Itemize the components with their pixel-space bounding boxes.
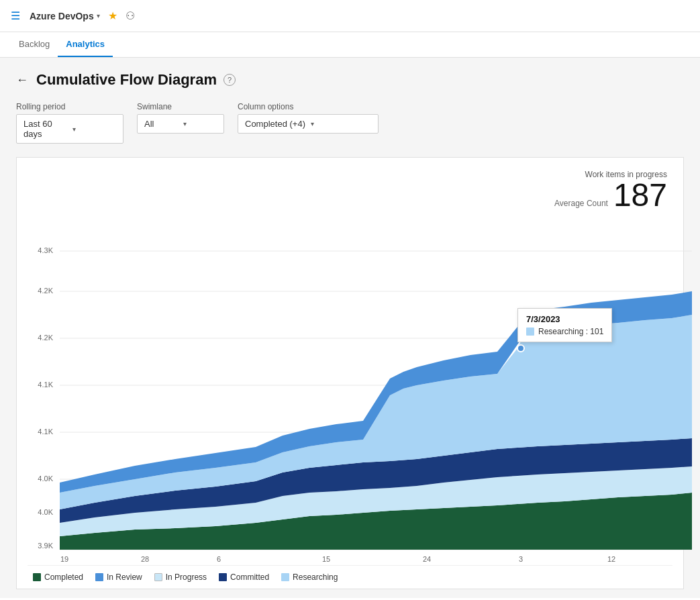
- page-content: ← Cumulative Flow Diagram ? Rolling peri…: [0, 58, 700, 598]
- svg-text:28: 28: [141, 555, 149, 563]
- swimlane-select[interactable]: All ▾: [137, 114, 224, 134]
- legend-researching: Researching: [281, 572, 338, 582]
- svg-text:4.3K: 4.3K: [38, 246, 53, 254]
- swimlane-chevron-icon: ▾: [183, 120, 217, 128]
- svg-text:4.1K: 4.1K: [38, 428, 53, 436]
- chart-legend: Completed In Review In Progress Committe…: [28, 565, 672, 589]
- legend-label-researching: Researching: [293, 572, 338, 582]
- rolling-period-group: Rolling period Last 60 days ▾: [16, 102, 123, 144]
- chart-svg-wrapper: 4.3K 4.2K 4.2K 4.1K 4.1K 4.0K 4.0K 3.9K: [28, 214, 672, 565]
- legend-completed: Completed: [33, 572, 83, 582]
- legend-in-review: In Review: [95, 572, 142, 582]
- stats-count: 187: [613, 179, 667, 211]
- top-bar: ☰ Azure DevOps ▾ ★ ⚇: [0, 0, 700, 32]
- chart-stats: Work items in progress Average Count 187: [28, 164, 672, 214]
- column-options-chevron-icon: ▾: [311, 120, 371, 128]
- rolling-period-select[interactable]: Last 60 days ▾: [16, 114, 123, 144]
- legend-dot-in-review: [95, 573, 103, 581]
- legend-dot-in-progress: [154, 573, 162, 581]
- help-icon[interactable]: ?: [223, 74, 236, 86]
- app-title: Azure DevOps: [30, 11, 94, 21]
- swimlane-label: Swimlane: [137, 102, 224, 111]
- svg-text:4.1K: 4.1K: [38, 381, 53, 389]
- page-header: ← Cumulative Flow Diagram ?: [16, 71, 684, 89]
- svg-text:6: 6: [217, 555, 221, 563]
- tooltip-dot: [517, 345, 524, 352]
- svg-text:4.2K: 4.2K: [38, 287, 53, 295]
- svg-text:3.9K: 3.9K: [38, 542, 53, 550]
- stats-label: Work items in progress: [28, 170, 667, 179]
- legend-label-completed: Completed: [44, 572, 83, 582]
- svg-text:4.2K: 4.2K: [38, 334, 53, 342]
- legend-dot-completed: [33, 573, 41, 581]
- swimlane-group: Swimlane All ▾: [137, 102, 224, 134]
- svg-text:15: 15: [322, 555, 330, 563]
- legend-committed: Committed: [219, 572, 269, 582]
- chart-svg: 4.3K 4.2K 4.2K 4.1K 4.1K 4.0K 4.0K 3.9K: [28, 214, 695, 563]
- legend-label-in-review: In Review: [107, 572, 142, 582]
- tab-backlog[interactable]: Backlog: [11, 32, 58, 57]
- column-options-value: Completed (+4): [245, 119, 305, 129]
- legend-dot-committed: [219, 573, 227, 581]
- svg-text:12: 12: [607, 555, 615, 563]
- swimlane-value: All: [144, 119, 178, 129]
- person-icon[interactable]: ⚇: [126, 9, 135, 22]
- rolling-period-label: Rolling period: [16, 102, 123, 111]
- stats-sublabel: Average Count: [554, 199, 608, 208]
- column-options-select[interactable]: Completed (+4) ▾: [238, 114, 379, 134]
- svg-text:4.0K: 4.0K: [38, 474, 53, 483]
- rolling-period-chevron-icon: ▾: [72, 126, 116, 133]
- svg-text:4.0K: 4.0K: [38, 508, 53, 516]
- svg-text:3: 3: [519, 555, 523, 563]
- chart-container: Work items in progress Average Count 187…: [16, 157, 684, 589]
- favorite-icon[interactable]: ★: [108, 9, 117, 22]
- menu-icon[interactable]: ☰: [11, 9, 24, 23]
- page-title: Cumulative Flow Diagram: [36, 71, 217, 89]
- rolling-period-value: Last 60 days: [23, 119, 67, 139]
- svg-text:19: 19: [60, 555, 68, 563]
- legend-label-in-progress: In Progress: [166, 572, 207, 582]
- legend-dot-researching: [281, 573, 289, 581]
- back-button[interactable]: ←: [16, 73, 28, 87]
- column-options-group: Column options Completed (+4) ▾: [238, 102, 379, 134]
- column-options-label: Column options: [238, 102, 379, 111]
- legend-label-committed: Committed: [230, 572, 269, 582]
- svg-text:24: 24: [423, 555, 431, 563]
- legend-in-progress: In Progress: [154, 572, 207, 582]
- tab-analytics[interactable]: Analytics: [58, 32, 113, 57]
- filters-row: Rolling period Last 60 days ▾ Swimlane A…: [16, 102, 684, 144]
- app-chevron-icon[interactable]: ▾: [97, 12, 100, 19]
- nav-tabs: Backlog Analytics: [0, 32, 700, 58]
